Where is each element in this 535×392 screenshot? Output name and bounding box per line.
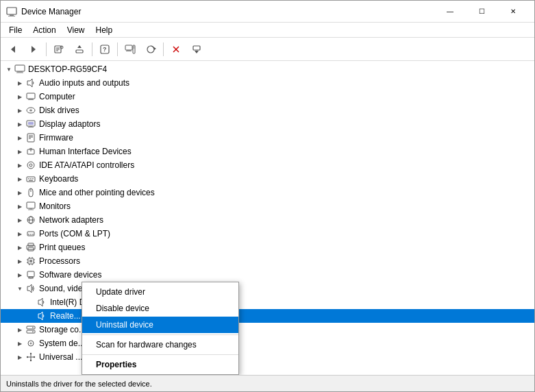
monitors-expander[interactable] — [14, 201, 25, 212]
svg-point-90 — [30, 353, 32, 354]
root-expander[interactable] — [3, 64, 14, 75]
svg-point-86 — [32, 327, 34, 328]
tree-item-system[interactable]: System de... — [1, 336, 534, 350]
app-icon — [6, 6, 17, 17]
device-tree[interactable]: DESKTOP-RG59CF4 Audio inputs and outputs — [1, 61, 534, 375]
tree-item-network[interactable]: Network adapters — [1, 213, 534, 227]
universal-expander[interactable] — [14, 352, 25, 363]
storage-expander[interactable] — [14, 324, 25, 335]
monitors-icon — [25, 201, 36, 212]
ctx-scan-hardware[interactable]: Scan for hardware changes — [82, 336, 238, 353]
disk-label: Disk drives — [39, 106, 79, 115]
ctx-disable-device[interactable]: Disable device — [82, 300, 238, 317]
tree-item-display[interactable]: Display adaptors — [1, 117, 534, 131]
svg-rect-2 — [8, 16, 15, 16]
tree-item-realtek[interactable]: Realte... — [1, 309, 534, 323]
software-expander[interactable] — [14, 269, 25, 280]
maximize-button[interactable]: ☐ — [466, 1, 497, 23]
system-expander[interactable] — [14, 338, 25, 349]
tree-item-intel-audio[interactable]: Intel(R) Display Audio — [1, 295, 534, 309]
svg-rect-84 — [27, 326, 35, 329]
scan-hardware-button[interactable] — [141, 40, 160, 59]
realtek-label: Realte... — [50, 311, 81, 321]
svg-rect-25 — [193, 46, 200, 50]
tree-item-mice[interactable]: Mice and other pointing devices — [1, 186, 534, 199]
network-expander[interactable] — [14, 215, 25, 225]
tree-item-ide[interactable]: IDE ATA/ATAPI controllers — [1, 158, 534, 172]
audio-label: Audio inputs and outputs — [39, 78, 129, 88]
ctx-sep-1 — [82, 334, 238, 335]
menu-help[interactable]: Help — [90, 24, 119, 36]
ctx-uninstall-device[interactable]: Uninstall device — [82, 317, 238, 333]
ctx-properties[interactable]: Properties — [82, 356, 238, 373]
ctx-update-driver-label: Update driver — [96, 287, 145, 297]
tree-item-disk[interactable]: Disk drives — [1, 103, 534, 117]
tree-item-computer[interactable]: Computer — [1, 90, 534, 103]
help-button[interactable]: ? — [95, 40, 114, 59]
display-expander[interactable] — [14, 119, 25, 130]
svg-rect-69 — [29, 260, 32, 262]
ports-expander[interactable] — [14, 228, 25, 239]
print-icon — [25, 242, 36, 253]
tree-item-sound[interactable]: Sound, video and game controllers — [1, 282, 534, 295]
computer-expander[interactable] — [14, 91, 25, 102]
hid-expander[interactable] — [14, 146, 25, 157]
tree-root[interactable]: DESKTOP-RG59CF4 — [1, 62, 534, 76]
tree-item-firmware[interactable]: Firmware — [1, 131, 534, 145]
hid-label: Human Interface Devices — [39, 147, 132, 156]
svg-rect-28 — [17, 71, 23, 73]
sound-expander[interactable] — [14, 283, 25, 294]
toolbar-sep-3 — [117, 42, 118, 56]
tree-item-software[interactable]: Software devices — [1, 268, 534, 282]
keyboards-label: Keyboards — [39, 174, 78, 184]
menu-file[interactable]: File — [3, 24, 27, 36]
menu-view[interactable]: View — [62, 24, 90, 36]
forward-button[interactable] — [24, 40, 43, 59]
tree-item-universal[interactable]: Universal ... — [1, 350, 534, 364]
close-button[interactable]: ✕ — [497, 1, 529, 23]
svg-marker-12 — [77, 45, 82, 48]
ide-label: IDE ATA/ATAPI controllers — [39, 160, 134, 170]
disk-expander[interactable] — [14, 105, 25, 116]
toolbar: ? — [1, 38, 534, 61]
device-manager-button[interactable] — [121, 40, 140, 59]
svg-rect-50 — [28, 178, 29, 180]
audio-icon — [25, 77, 36, 88]
add-driver-button[interactable] — [187, 40, 206, 59]
tree-item-audio[interactable]: Audio inputs and outputs — [1, 76, 534, 90]
ctx-sep-2 — [82, 354, 238, 355]
network-icon — [25, 215, 36, 225]
print-expander[interactable] — [14, 242, 25, 253]
update-driver-button[interactable] — [70, 40, 89, 59]
disk-icon — [25, 105, 36, 116]
realtek-icon — [36, 310, 47, 321]
mice-expander[interactable] — [14, 187, 25, 198]
firmware-expander[interactable] — [14, 132, 25, 143]
tree-item-ports[interactable]: Ports (COM & LPT) — [1, 227, 534, 241]
tree-item-monitors[interactable]: Monitors — [1, 199, 534, 213]
tree-item-processors[interactable]: Processors — [1, 254, 534, 268]
keyboards-expander[interactable] — [14, 173, 25, 184]
ide-expander[interactable] — [14, 160, 25, 171]
back-button[interactable] — [3, 40, 23, 59]
minimize-button[interactable]: — — [434, 1, 466, 23]
mice-label: Mice and other pointing devices — [39, 188, 155, 197]
display-label: Display adaptors — [39, 119, 100, 129]
software-label: Software devices — [39, 270, 101, 280]
window-title: Device Manager — [21, 7, 434, 16]
audio-expander[interactable] — [14, 77, 25, 88]
svg-point-35 — [29, 110, 32, 112]
uninstall-button[interactable] — [166, 40, 186, 59]
menu-action[interactable]: Action — [27, 24, 61, 36]
toolbar-sep-2 — [92, 42, 92, 56]
tree-item-print[interactable]: Print queues — [1, 241, 534, 254]
properties-button[interactable] — [49, 40, 69, 59]
svg-rect-57 — [28, 210, 34, 210]
ctx-update-driver[interactable]: Update driver — [82, 284, 238, 300]
processors-expander[interactable] — [14, 256, 25, 267]
intel-audio-expander — [25, 297, 36, 308]
tree-item-storage[interactable]: Storage co... — [1, 323, 534, 336]
system-icon — [25, 338, 36, 349]
tree-item-keyboards[interactable]: Keyboards — [1, 172, 534, 186]
tree-item-hid[interactable]: Human Interface Devices — [1, 145, 534, 158]
